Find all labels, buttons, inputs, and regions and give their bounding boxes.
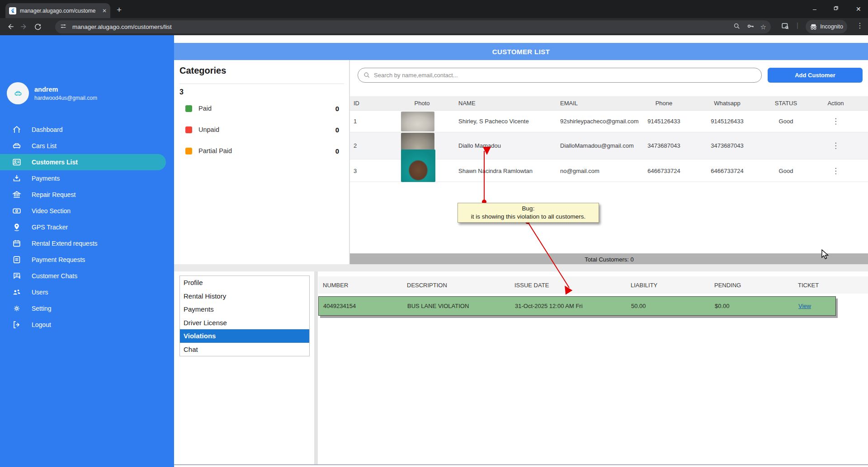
back-icon[interactable] [4,20,17,33]
sidebar-item-label: GPS Tracker [32,224,68,231]
search-icon [363,72,370,79]
sidebar-item-label: Rental Extend requests [32,240,98,247]
customer-row[interactable]: 3 Shawn Nacindra Ramlowtan no@gmail.com … [350,159,868,182]
violation-row[interactable]: 4049234154 BUS LANE VIOLATION 31-Oct-202… [318,296,836,316]
sidebar-item-customers-list[interactable]: Customers List [0,154,166,170]
sidebar-item-users[interactable]: Users [0,284,174,300]
row-actions-icon[interactable]: ⋮ [803,141,868,150]
cell-status: Good [769,118,803,125]
tab-payments[interactable]: Payments [180,303,309,316]
sidebar-item-label: Setting [32,305,52,312]
col-description: DESCRIPTION [402,282,510,289]
sidebar-item-label: Customers List [32,159,78,166]
customers-table-header: ID Photo NAME EMAIL Phone Whatsapp STATU… [350,96,868,111]
cell-name: Shirley, S Pacheco Vicente [455,118,557,125]
cell-status: Good [769,168,803,174]
divider [179,84,344,84]
incognito-label: Incognito [820,23,843,30]
customer-photo[interactable] [401,112,434,131]
tab-profile[interactable]: Profile [180,276,309,290]
cell-phone: 9145126433 [642,118,685,125]
window-minimize-icon[interactable]: – [813,5,816,13]
unpaid-color-chip [185,126,192,133]
tab-driver-license[interactable]: Driver License [180,316,309,330]
reload-icon[interactable] [31,20,44,33]
sidebar-item-logout[interactable]: Logout [0,317,174,333]
customer-row[interactable]: 1 Shirley, S Pacheco Vicente 92shirleypa… [350,111,868,132]
tab-chat[interactable]: Chat [180,343,309,356]
total-customers-bar: Total Customers: 0 [350,253,868,266]
user-name: andrem [34,86,58,93]
forward-icon[interactable] [17,20,31,33]
sidebar-item-label: Customer Chats [32,272,77,280]
col-name: NAME [455,100,557,107]
cell-email: no@gmail.com [557,168,642,174]
mouse-cursor [821,249,830,260]
url-text[interactable]: manager.alugago.com/customers/list [72,23,733,30]
col-liability: LIABILITY [626,282,710,289]
partial-paid-color-chip [185,148,192,154]
sidebar-item-payment-requests[interactable]: Payment Requests [0,252,174,268]
user-email: hardwood4us@gmail.com [34,95,97,101]
sidebar-item-cars-list[interactable]: Cars List [0,138,174,154]
site-info-icon[interactable] [60,23,67,32]
category-label: Unpaid [198,126,219,133]
sidebar-item-repair-request[interactable]: Repair Request [0,187,174,203]
category-count: 0 [335,126,339,134]
category-count: 0 [335,105,339,112]
zoom-search-icon[interactable] [733,23,741,32]
sidebar-item-dashboard[interactable]: Dashboard [0,121,174,138]
cell-pending: $0.00 [710,303,794,309]
col-whatsapp: Whatsapp [685,100,769,107]
tab-violations[interactable]: Violations [180,329,309,343]
browser-menu-icon[interactable]: ⋮ [856,21,863,30]
sidebar-item-rental-extend-requests[interactable]: Rental Extend requests [0,235,174,252]
bookmark-star-icon[interactable]: ☆ [760,23,766,31]
row-actions-icon[interactable]: ⋮ [803,117,868,126]
window-close-icon[interactable]: ✕ [856,5,861,13]
new-tab-icon[interactable]: + [117,5,122,14]
customer-photo[interactable] [401,149,435,182]
customers-area: Add Customer ID Photo NAME EMAIL Phone W… [349,60,868,264]
app-window: manager.alugago.com/custome ✕ + – ✕ mana… [0,0,868,467]
add-customer-button[interactable]: Add Customer [768,68,863,83]
col-issue-date: ISSUE DATE [510,282,626,289]
search-input[interactable] [374,72,756,79]
view-ticket-link[interactable]: View [798,303,811,309]
tab-rental-history[interactable]: Rental History [180,290,309,303]
site-favicon-icon [9,7,16,14]
sidebar-item-customer-chats[interactable]: Customer Chats [0,268,174,284]
col-status: STATUS [769,100,803,107]
customer-detail-section: Profile Rental History Payments Driver L… [174,271,868,464]
sidebar-item-label: Payment Requests [32,256,85,263]
col-ticket: TICKET [793,282,868,289]
sidebar-item-video-section[interactable]: Video Section [0,203,174,219]
send-to-device-icon[interactable] [781,22,789,32]
tab-close-icon[interactable]: ✕ [102,8,107,14]
window-restore-icon[interactable] [833,5,839,12]
col-action: Action [803,100,868,107]
cell-email: 92shirleypacheco@gmail.com [557,118,642,125]
category-row-paid[interactable]: Paid 0 [185,103,339,113]
sidebar-item-label: Dashboard [32,126,63,133]
cell-number: 4049234154 [319,303,403,309]
page-header: CUSTOMER LIST [174,43,868,60]
address-bar[interactable]: manager.alugago.com/customers/list ☆ [55,20,771,33]
category-row-partial-paid[interactable]: Partial Paid 0 [185,146,339,156]
detail-tabs: Profile Rental History Payments Driver L… [179,276,310,356]
password-key-icon[interactable] [746,22,755,32]
page-title: CUSTOMER LIST [492,48,550,56]
cell-email: DialloMamadou@gmail.com [557,142,642,149]
category-row-unpaid[interactable]: Unpaid 0 [185,125,339,135]
col-id: ID [350,100,389,107]
sidebar-item-payments[interactable]: Payments [0,170,174,187]
browser-tab[interactable]: manager.alugago.com/custome ✕ [5,3,110,18]
cell-name: Diallo Mamadou [455,142,557,149]
sidebar-item-label: Video Section [32,207,71,215]
search-box[interactable] [358,68,762,83]
sidebar-item-setting[interactable]: Setting [0,300,174,317]
incognito-badge: Incognito [806,20,847,33]
row-actions-icon[interactable]: ⋮ [803,166,868,176]
avatar[interactable] [7,82,29,104]
sidebar-item-gps-tracker[interactable]: GPS Tracker [0,219,174,235]
